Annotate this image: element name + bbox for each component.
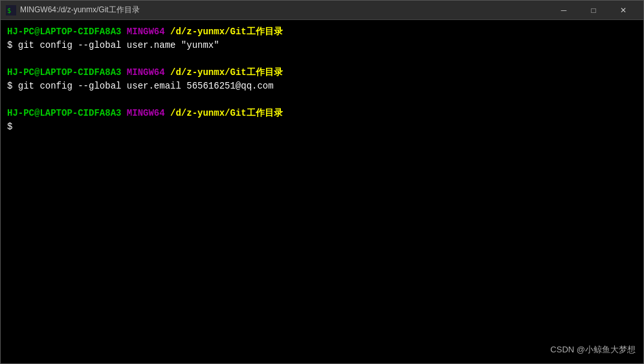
terminal-line: HJ-PC@LAPTOP-CIDFA8A3 MINGW64 /d/z-yunmx… [7,25,637,39]
window-title: MINGW64:/d/z-yunmx/Git工作目录 [20,5,549,16]
prompt-space2 [165,107,170,120]
prompt-user: HJ-PC@LAPTOP-CIDFA8A3 [7,25,121,39]
terminal-line: HJ-PC@LAPTOP-CIDFA8A3 MINGW64 /d/z-yunmx… [7,107,637,120]
prompt-space [121,66,126,80]
prompt-space2 [165,25,170,39]
prompt-shell: MINGW64 [127,25,165,39]
prompt-user: HJ-PC@LAPTOP-CIDFA8A3 [7,66,121,80]
prompt-path: /d/z-yunmx/Git工作目录 [170,66,283,80]
empty-line [7,52,637,66]
prompt-shell: MINGW64 [127,107,165,120]
prompt-space2 [165,66,170,80]
prompt-path: /d/z-yunmx/Git工作目录 [170,25,283,39]
title-bar: $ MINGW64:/d/z-yunmx/Git工作目录 ─ □ ✕ [1,1,643,20]
terminal-line: $ git config --global user.email 5656162… [7,80,637,93]
watermark: CSDN @小鲸鱼大梦想 [550,344,636,356]
prompt-user: HJ-PC@LAPTOP-CIDFA8A3 [7,107,121,120]
minimize-button[interactable]: ─ [549,1,579,20]
window-controls: ─ □ ✕ [549,1,638,20]
maximize-button[interactable]: □ [579,1,608,20]
prompt-space [121,25,126,39]
terminal-body[interactable]: HJ-PC@LAPTOP-CIDFA8A3 MINGW64 /d/z-yunmx… [1,20,643,363]
svg-text:$: $ [7,7,11,14]
close-button[interactable]: ✕ [608,1,638,20]
terminal-line: $ git config --global user.name "yunmx" [7,39,637,52]
prompt-space [121,107,126,120]
terminal-window: $ MINGW64:/d/z-yunmx/Git工作目录 ─ □ ✕ HJ-PC… [0,0,644,364]
terminal-line: $ [7,120,637,134]
command-text: $ git config --global user.name "yunmx" [7,39,219,52]
command-text: $ git config --global user.email 5656162… [7,80,274,93]
terminal-line: HJ-PC@LAPTOP-CIDFA8A3 MINGW64 /d/z-yunmx… [7,66,637,80]
app-icon: $ [6,5,16,16]
prompt-path: /d/z-yunmx/Git工作目录 [170,107,283,120]
dollar-prompt: $ [7,120,12,134]
prompt-shell: MINGW64 [127,66,165,80]
empty-line [7,93,637,107]
